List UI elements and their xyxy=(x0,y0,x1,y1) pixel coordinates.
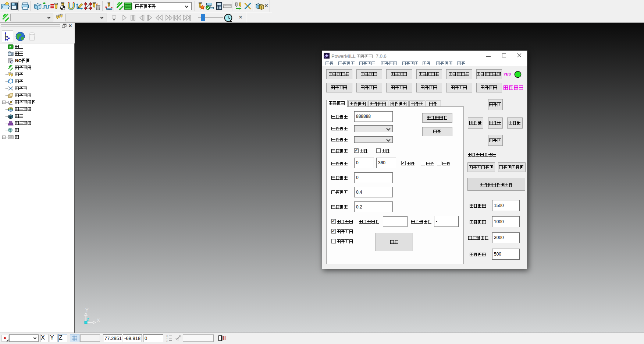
svg-text:X: X xyxy=(97,317,100,323)
svg-text:Y: Y xyxy=(85,307,89,313)
svg-text:Z: Z xyxy=(166,340,168,342)
